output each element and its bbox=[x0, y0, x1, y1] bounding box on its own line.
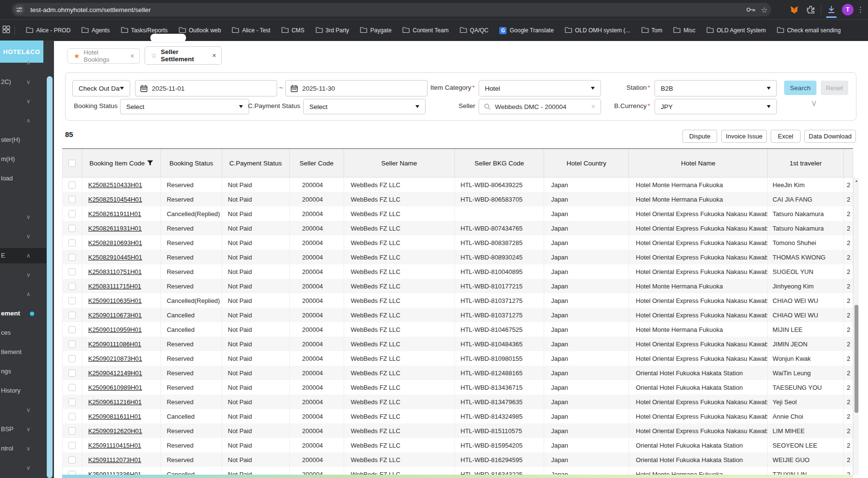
seller-search-input[interactable]: Webbeds DMC - 200004 ✕ bbox=[479, 99, 601, 114]
extensions-puzzle-icon[interactable] bbox=[802, 5, 819, 14]
bookmark-folder[interactable]: Paygate bbox=[358, 25, 394, 36]
reset-button[interactable]: Reset bbox=[821, 81, 848, 95]
row-checkbox[interactable] bbox=[68, 196, 76, 203]
row-checkbox[interactable] bbox=[68, 398, 76, 406]
row-checkbox[interactable] bbox=[68, 384, 76, 391]
sidebar-item[interactable]: ∧ bbox=[0, 113, 46, 128]
sidebar-item[interactable]: ∨ bbox=[0, 209, 46, 225]
close-icon[interactable]: ✕ bbox=[212, 53, 216, 59]
sidebar-item[interactable]: load bbox=[0, 171, 46, 186]
scrollbar-thumb[interactable] bbox=[855, 305, 858, 413]
b-currency-select[interactable]: JPY bbox=[654, 99, 777, 114]
row-checkbox[interactable] bbox=[68, 239, 76, 246]
booking-item-link[interactable]: K25083110751H01 bbox=[88, 268, 142, 275]
sidebar-item[interactable]: ngs bbox=[0, 364, 46, 379]
bookmark-folder[interactable]: GGoogle Translate bbox=[497, 26, 556, 36]
booking-status-select[interactable]: Select bbox=[120, 99, 249, 114]
sidebar-item[interactable]: ster(H) bbox=[0, 132, 46, 148]
sidebar-item[interactable]: 2C)∨ bbox=[0, 74, 46, 90]
excel-button[interactable]: Excel bbox=[771, 130, 801, 143]
site-settings-icon[interactable] bbox=[14, 4, 25, 15]
favorite-star-icon[interactable]: ★ bbox=[74, 52, 80, 60]
bookmark-star-icon[interactable]: ☆ bbox=[758, 4, 771, 15]
sidebar-item[interactable]: ∨ bbox=[0, 460, 46, 476]
bookmark-folder[interactable]: 3rd Party bbox=[313, 25, 352, 36]
booking-item-link[interactable]: K25091110415H01 bbox=[88, 442, 141, 449]
bookmark-folder[interactable]: QA/QC bbox=[457, 25, 491, 36]
sidebar-item[interactable]: ∨ bbox=[0, 94, 46, 109]
row-checkbox[interactable] bbox=[68, 297, 76, 304]
sidebar-item[interactable]: ∧ bbox=[0, 287, 46, 302]
row-checkbox[interactable] bbox=[68, 225, 76, 232]
row-checkbox[interactable] bbox=[68, 442, 76, 449]
booking-item-link[interactable]: K25082810693H01 bbox=[88, 239, 142, 246]
bookmark-folder[interactable]: CMS bbox=[279, 25, 307, 36]
row-checkbox[interactable] bbox=[68, 181, 76, 189]
booking-item-link[interactable]: K25082910445H01 bbox=[88, 254, 142, 261]
booking-item-link[interactable]: K25090210873H01 bbox=[88, 355, 142, 362]
row-checkbox[interactable] bbox=[68, 283, 76, 290]
row-checkbox[interactable] bbox=[68, 427, 76, 435]
sidebar-item[interactable]: E∧ bbox=[0, 248, 46, 263]
date-type-select[interactable]: Check Out Date bbox=[72, 80, 130, 96]
invoice-issue-button[interactable]: Invoice Issue bbox=[721, 130, 767, 143]
bookmark-folder[interactable]: Misc bbox=[671, 25, 698, 36]
password-key-icon[interactable] bbox=[744, 4, 758, 15]
sidebar-item[interactable]: BSP∨ bbox=[0, 422, 46, 437]
row-checkbox[interactable] bbox=[68, 254, 76, 261]
browser-menu-icon[interactable]: ⋮ bbox=[857, 5, 864, 14]
tab-hotel-bookings[interactable]: ★ Hotel Bookings ✕ bbox=[67, 48, 140, 64]
expand-filters-chevron-icon[interactable]: ∨ bbox=[811, 98, 817, 108]
booking-item-link[interactable]: K25090610989H01 bbox=[88, 384, 142, 391]
sidebar-item[interactable]: tlement bbox=[0, 344, 46, 360]
clear-icon[interactable]: ✕ bbox=[591, 103, 596, 110]
profile-avatar[interactable]: T bbox=[842, 4, 854, 15]
booking-item-link[interactable]: K25090412149H01 bbox=[88, 369, 142, 377]
item-category-select[interactable]: Hotel bbox=[479, 80, 601, 96]
fox-extension-icon[interactable] bbox=[786, 6, 802, 14]
booking-item-link[interactable]: K25091112073H01 bbox=[88, 456, 141, 464]
date-to-input[interactable]: 2025-11-30 bbox=[285, 80, 427, 96]
data-download-button[interactable]: Data Download bbox=[804, 130, 856, 143]
url-text[interactable]: test-adm.ohmyhotel.com/settlement/seller bbox=[30, 6, 744, 14]
booking-item-link[interactable]: K25090611216H01 bbox=[88, 398, 142, 406]
favorite-star-outline-icon[interactable]: ☆ bbox=[151, 52, 157, 59]
bookmark-folder[interactable]: OLD Agent System bbox=[704, 25, 768, 36]
row-checkbox[interactable] bbox=[68, 326, 76, 333]
table-horizontal-scrollbar[interactable] bbox=[62, 475, 853, 478]
filter-funnel-icon[interactable] bbox=[147, 160, 153, 166]
sidebar-item[interactable]: ∨ bbox=[0, 267, 46, 283]
booking-item-link[interactable]: K25082510433H01 bbox=[88, 181, 142, 189]
row-checkbox[interactable] bbox=[68, 312, 76, 319]
sidebar-item[interactable]: ement bbox=[0, 306, 46, 321]
sidebar-item[interactable]: ∨ bbox=[0, 229, 46, 244]
booking-item-link[interactable]: K25090811611H01 bbox=[88, 413, 141, 420]
sidebar-item[interactable]: ∧ bbox=[0, 55, 46, 70]
station-select[interactable]: B2B bbox=[654, 80, 777, 96]
calendar-icon[interactable] bbox=[140, 85, 147, 92]
date-from-input[interactable]: 2025-11-01 bbox=[135, 80, 277, 96]
row-checkbox[interactable] bbox=[68, 355, 76, 362]
row-checkbox[interactable] bbox=[68, 268, 76, 275]
booking-item-link[interactable]: K25090110959H01 bbox=[88, 326, 142, 333]
bookmark-folder[interactable]: Content Team bbox=[400, 25, 451, 36]
booking-item-link[interactable]: K25082611931H01 bbox=[88, 225, 142, 232]
row-checkbox[interactable] bbox=[68, 369, 76, 377]
scroll-up-arrow-icon[interactable]: ▲ bbox=[854, 179, 859, 182]
bookmark-folder[interactable]: Tom bbox=[639, 25, 665, 36]
sidebar-item[interactable]: ∨ bbox=[0, 402, 46, 418]
row-checkbox[interactable] bbox=[68, 210, 76, 218]
close-icon[interactable]: ✕ bbox=[130, 53, 134, 59]
sidebar-scrollbar[interactable] bbox=[47, 76, 53, 478]
bookmark-folder[interactable]: Check email sending bbox=[775, 25, 843, 36]
sidebar-item[interactable] bbox=[0, 190, 46, 205]
tab-groups-icon[interactable] bbox=[2, 26, 10, 35]
row-checkbox[interactable] bbox=[68, 341, 76, 348]
sidebar-item[interactable]: m(H) bbox=[0, 151, 46, 167]
dispute-button[interactable]: Dispute bbox=[682, 130, 717, 143]
bookmark-folder[interactable]: Alice - Test bbox=[229, 25, 272, 36]
bookmark-folder[interactable]: Alice - PROD bbox=[24, 25, 73, 36]
tab-seller-settlement[interactable]: ☆ Seller Settlement ✕ bbox=[145, 46, 222, 65]
table-vertical-scrollbar[interactable]: ▲ bbox=[853, 178, 859, 475]
booking-item-link[interactable]: K25090912620H01 bbox=[88, 427, 142, 435]
